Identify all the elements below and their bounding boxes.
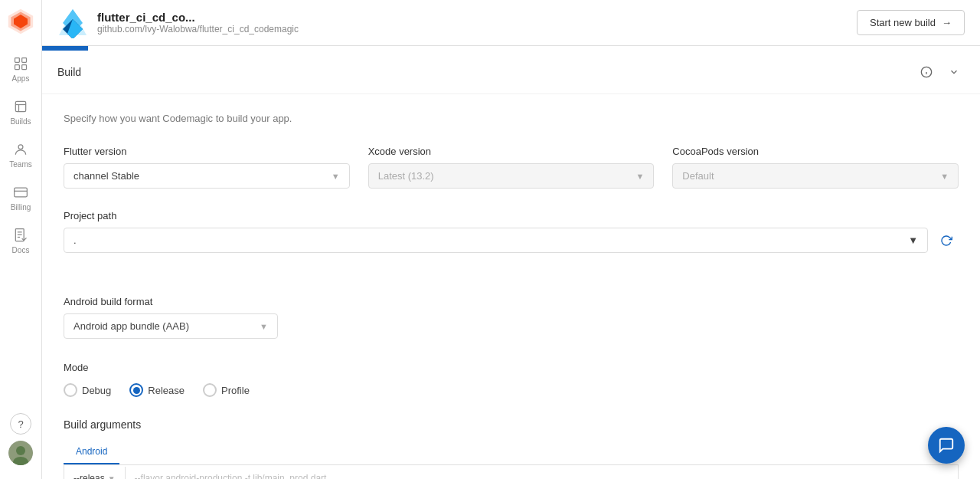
build-collapse-button[interactable] xyxy=(943,61,965,83)
main-content: flutter_ci_cd_co... github.com/Ivy-Walob… xyxy=(42,0,980,479)
radio-profile xyxy=(203,383,217,397)
builds-icon xyxy=(12,98,29,115)
billing-label: Billing xyxy=(11,203,31,212)
sidebar: Apps Builds Teams Billing xyxy=(0,0,42,479)
build-section-title: Build xyxy=(57,66,81,78)
build-info-button[interactable] xyxy=(916,61,937,83)
cocoapods-version-group: CocoaPods version Default ▼ xyxy=(672,146,959,189)
project-path-label: Project path xyxy=(64,210,959,221)
mode-options: Debug Release Profile xyxy=(64,383,959,397)
build-args-section: Build arguments Android --releas ▼ --fla… xyxy=(64,418,959,479)
app-repo-url: github.com/Ivy-Walobwa/flutter_ci_cd_cod… xyxy=(97,24,299,34)
builds-label: Builds xyxy=(10,117,31,126)
args-chip[interactable]: --releas ▼ xyxy=(64,467,126,479)
docs-label: Docs xyxy=(12,246,30,254)
version-selectors-row: Flutter version channel Stable ▼ Xcode v… xyxy=(64,146,959,189)
svg-point-10 xyxy=(18,145,23,149)
android-format-select[interactable]: Android app bundle (AAB) ▼ xyxy=(64,313,278,339)
sidebar-bottom: ? xyxy=(8,413,33,471)
content-area: Build xyxy=(42,46,980,479)
flutter-version-chevron: ▼ xyxy=(332,172,340,181)
args-tab-android[interactable]: Android xyxy=(64,440,119,464)
sidebar-item-builds[interactable]: Builds xyxy=(0,90,41,133)
cocoapods-version-select[interactable]: Default ▼ xyxy=(672,163,959,189)
build-args-title: Build arguments xyxy=(64,418,959,431)
svg-rect-4 xyxy=(22,58,27,63)
sidebar-item-docs[interactable]: Docs xyxy=(0,219,41,262)
help-button[interactable]: ? xyxy=(10,413,31,435)
progress-bar xyxy=(42,46,88,51)
svg-rect-11 xyxy=(15,188,28,197)
apps-label: Apps xyxy=(12,74,30,83)
flutter-version-group: Flutter version channel Stable ▼ xyxy=(64,146,350,189)
teams-label: Teams xyxy=(9,160,31,169)
build-description: Specify how you want Codemagic to build … xyxy=(64,113,959,124)
radio-release xyxy=(129,383,143,397)
project-path-refresh-button[interactable] xyxy=(934,228,959,253)
mode-label: Mode xyxy=(64,362,89,373)
mode-option-debug[interactable]: Debug xyxy=(64,383,111,397)
xcode-version-select[interactable]: Latest (13.2) ▼ xyxy=(368,163,655,189)
build-section-header: Build xyxy=(42,51,980,94)
project-path-group: Project path . ▼ xyxy=(64,210,959,274)
sidebar-item-apps[interactable]: Apps xyxy=(0,48,41,90)
cocoapods-version-label: CocoaPods version xyxy=(672,146,959,157)
radio-debug-label: Debug xyxy=(82,385,111,396)
svg-rect-5 xyxy=(15,65,20,70)
svg-rect-6 xyxy=(22,65,27,70)
xcode-version-chevron: ▼ xyxy=(635,172,644,181)
sidebar-item-teams[interactable]: Teams xyxy=(0,133,41,176)
cocoapods-version-chevron: ▼ xyxy=(940,172,949,181)
sidebar-item-billing[interactable]: Billing xyxy=(0,176,41,219)
build-section: Build xyxy=(42,51,980,479)
project-path-chevron: ▼ xyxy=(908,235,918,246)
radio-release-inner xyxy=(133,387,140,394)
mode-option-release[interactable]: Release xyxy=(129,383,185,397)
start-build-button[interactable]: Start new build → xyxy=(857,10,965,35)
args-input-row: --releas ▼ --flavor android-production -… xyxy=(64,465,959,479)
mode-option-profile[interactable]: Profile xyxy=(203,383,250,397)
top-header: flutter_ci_cd_co... github.com/Ivy-Walob… xyxy=(42,0,980,46)
apps-icon xyxy=(12,55,29,72)
args-input-placeholder: --flavor android-production -t lib/main_… xyxy=(126,465,336,479)
teams-icon xyxy=(12,141,29,158)
app-title-group: flutter_ci_cd_co... github.com/Ivy-Walob… xyxy=(97,11,299,34)
xcode-version-label: Xcode version xyxy=(368,146,655,157)
svg-point-18 xyxy=(16,446,25,455)
docs-icon xyxy=(12,227,29,244)
xcode-version-group: Xcode version Latest (13.2) ▼ xyxy=(368,146,655,189)
flutter-version-select[interactable]: channel Stable ▼ xyxy=(64,163,350,189)
app-info: flutter_ci_cd_co... github.com/Ivy-Walob… xyxy=(57,8,299,38)
build-header-actions xyxy=(916,61,965,83)
billing-icon xyxy=(12,184,29,201)
radio-debug xyxy=(64,383,77,397)
mode-section: Mode Debug Release xyxy=(64,360,959,397)
radio-release-label: Release xyxy=(148,385,185,396)
radio-profile-label: Profile xyxy=(221,385,250,396)
android-format-chevron: ▼ xyxy=(260,322,268,331)
android-format-group: Android build format Android app bundle … xyxy=(64,296,959,339)
android-format-label: Android build format xyxy=(64,296,959,307)
codemagic-logo[interactable] xyxy=(7,8,34,35)
flutter-logo xyxy=(57,8,88,38)
project-path-row: . ▼ xyxy=(64,228,959,253)
user-avatar[interactable] xyxy=(8,441,33,465)
progress-bar-container xyxy=(42,46,980,51)
build-content: Specify how you want Codemagic to build … xyxy=(42,94,980,479)
svg-rect-7 xyxy=(15,101,25,111)
args-tabs: Android xyxy=(64,440,959,465)
chip-chevron-icon: ▼ xyxy=(108,474,116,480)
flutter-version-label: Flutter version xyxy=(64,146,350,157)
chat-button[interactable] xyxy=(928,427,965,464)
project-path-select[interactable]: . ▼ xyxy=(64,228,928,253)
app-name: flutter_ci_cd_co... xyxy=(97,11,299,24)
svg-rect-3 xyxy=(15,58,20,63)
